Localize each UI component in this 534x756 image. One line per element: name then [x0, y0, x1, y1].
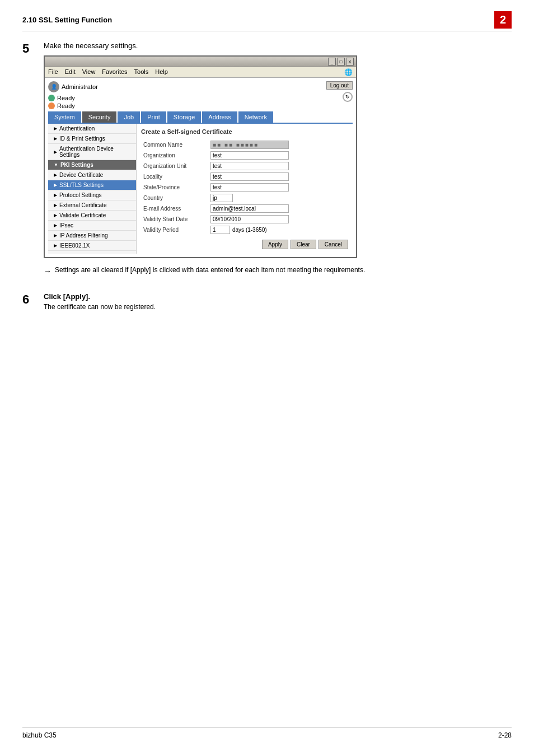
sidebar-item-device-cert[interactable]: ▶ Device Certificate — [48, 170, 136, 180]
step5-text: Make the necessary settings. — [44, 41, 512, 50]
note-arrow-icon: → — [44, 267, 51, 276]
menu-edit[interactable]: Edit — [65, 68, 76, 76]
device-user-row: 👤 Administrator — [48, 81, 98, 92]
tab-security[interactable]: Security — [82, 111, 117, 123]
apply-button[interactable]: Apply — [262, 240, 288, 249]
note-block: → Settings are all cleared if [Apply] is… — [44, 266, 512, 276]
field-row-validity-start: Validity Start Date — [141, 214, 348, 225]
form-table: Common Name ■■ ■■ ■■■■■ Organization Org… — [141, 139, 348, 235]
sidebar-item-id-print[interactable]: ▶ ID & Print Settings — [48, 134, 136, 144]
cancel-button[interactable]: Cancel — [318, 240, 348, 249]
sidebar: ▶ Authentication ▶ ID & Print Settings ▶… — [48, 124, 137, 254]
input-validity-period[interactable] — [210, 226, 230, 234]
field-row-organization: Organization — [141, 150, 348, 161]
arrow-icon: ▶ — [54, 193, 57, 198]
field-row-locality: Locality — [141, 171, 348, 182]
input-locality[interactable] — [210, 172, 289, 181]
status-label-2: Ready — [57, 102, 75, 109]
close-button[interactable]: X — [346, 58, 354, 66]
menu-view[interactable]: View — [82, 68, 96, 76]
tab-address[interactable]: Address — [202, 111, 237, 123]
arrow-icon: ▶ — [54, 172, 57, 178]
field-row-email: E-mail Address — [141, 203, 348, 214]
tab-storage[interactable]: Storage — [167, 111, 202, 123]
arrow-icon: ▶ — [54, 243, 57, 248]
validity-period-row: days (1-3650) — [210, 226, 346, 234]
arrow-icon: ▼ — [54, 162, 58, 167]
sidebar-label-auth-device: Authentication Device Settings — [59, 146, 133, 158]
arrow-icon: ▶ — [54, 213, 57, 218]
browser-titlebar: _ □ X — [45, 57, 356, 67]
input-validity-start[interactable] — [210, 215, 289, 223]
footer-product-name: bizhub C35 — [22, 731, 57, 739]
maximize-button[interactable]: □ — [337, 58, 345, 66]
minimize-button[interactable]: _ — [328, 58, 336, 66]
step6-subtext: The certificate can now be registered. — [44, 303, 512, 311]
input-state[interactable] — [210, 183, 289, 192]
form-title: Create a Self-signed Certificate — [141, 128, 348, 135]
menu-tools[interactable]: Tools — [134, 68, 149, 76]
sidebar-item-ipsec[interactable]: ▶ IPsec — [48, 221, 136, 231]
input-common-name[interactable]: ■■ ■■ ■■■■■ — [210, 141, 289, 149]
sidebar-label-ieee: IEEE802.1X — [59, 242, 90, 249]
input-email[interactable] — [210, 204, 289, 213]
field-label-state: State/Province — [141, 182, 208, 193]
content-area: Create a Self-signed Certificate Common … — [137, 124, 353, 254]
step6-block: 6 Click [Apply]. The certificate can now… — [22, 292, 512, 311]
tab-print[interactable]: Print — [141, 111, 166, 123]
step6-content: Click [Apply]. The certificate can now b… — [44, 292, 512, 311]
field-row-common-name: Common Name ■■ ■■ ■■■■■ — [141, 139, 348, 150]
logout-button[interactable]: Log out — [326, 81, 353, 90]
sidebar-label-protocol: Protocol Settings — [59, 192, 102, 198]
tab-job[interactable]: Job — [118, 111, 140, 123]
sidebar-label-ssl-tls: SSL/TLS Settings — [59, 182, 104, 188]
sidebar-item-pki[interactable]: ▼ PKI Settings — [48, 160, 136, 170]
refresh-button[interactable]: ↻ — [343, 92, 353, 102]
browser-window: _ □ X File Edit View Favorites Tools Hel… — [44, 55, 357, 258]
doc-section-title: 2.10 SSL Setting Function — [22, 16, 112, 24]
status-icon-2 — [48, 102, 55, 109]
sidebar-item-ssl-tls[interactable]: ▶ SSL/TLS Settings — [48, 180, 136, 190]
menu-file[interactable]: File — [48, 68, 58, 76]
input-country[interactable] — [210, 194, 233, 202]
sidebar-item-auth-device[interactable]: ▶ Authentication Device Settings — [48, 144, 136, 160]
arrow-icon: ▶ — [54, 126, 57, 131]
status-label-1: Ready — [57, 95, 75, 101]
step5-block: 5 Make the necessary settings. _ □ X Fil… — [22, 41, 512, 283]
browser-window-controls: _ □ X — [328, 58, 354, 66]
arrow-icon: ▶ — [54, 233, 57, 238]
field-label-locality: Locality — [141, 171, 208, 182]
sidebar-label-pki: PKI Settings — [60, 162, 93, 168]
input-organization[interactable] — [210, 151, 289, 160]
arrow-icon: ▶ — [54, 183, 57, 188]
sidebar-item-authentication[interactable]: ▶ Authentication — [48, 124, 136, 134]
menu-favorites[interactable]: Favorites — [102, 68, 127, 76]
step6-text: Click [Apply]. — [44, 292, 512, 301]
sidebar-label-id-print: ID & Print Settings — [59, 136, 105, 142]
note-text: Settings are all cleared if [Apply] is c… — [55, 266, 365, 274]
step6-num: 6 — [22, 292, 36, 311]
field-row-org-unit: Organization Unit — [141, 161, 348, 171]
sidebar-item-validate-cert[interactable]: ▶ Validate Certificate — [48, 211, 136, 221]
field-label-org-unit: Organization Unit — [141, 161, 208, 171]
arrow-icon: ▶ — [54, 223, 57, 228]
sidebar-label-device-cert: Device Certificate — [59, 172, 103, 178]
step5-num: 5 — [22, 41, 36, 283]
doc-footer: bizhub C35 2-28 — [22, 727, 512, 739]
main-area: ▶ Authentication ▶ ID & Print Settings ▶… — [48, 123, 353, 254]
field-row-country: Country — [141, 193, 348, 203]
sidebar-item-ieee[interactable]: ▶ IEEE802.1X — [48, 241, 136, 251]
clear-button[interactable]: Clear — [291, 240, 316, 249]
doc-header: 2.10 SSL Setting Function 2 — [22, 11, 512, 31]
sidebar-item-protocol[interactable]: ▶ Protocol Settings — [48, 190, 136, 200]
footer-page-number: 2-28 — [498, 731, 512, 739]
tab-network[interactable]: Network — [238, 111, 273, 123]
menu-help[interactable]: Help — [155, 68, 168, 76]
sidebar-item-external-cert[interactable]: ▶ External Certificate — [48, 200, 136, 211]
tab-system[interactable]: System — [48, 111, 81, 123]
sidebar-item-ip-filtering[interactable]: ▶ IP Address Filtering — [48, 231, 136, 241]
input-org-unit[interactable] — [210, 162, 289, 170]
arrow-icon: ▶ — [54, 203, 57, 208]
device-user-area: 👤 Administrator Ready Ready — [48, 81, 98, 109]
step5-content: Make the necessary settings. _ □ X File … — [44, 41, 512, 283]
